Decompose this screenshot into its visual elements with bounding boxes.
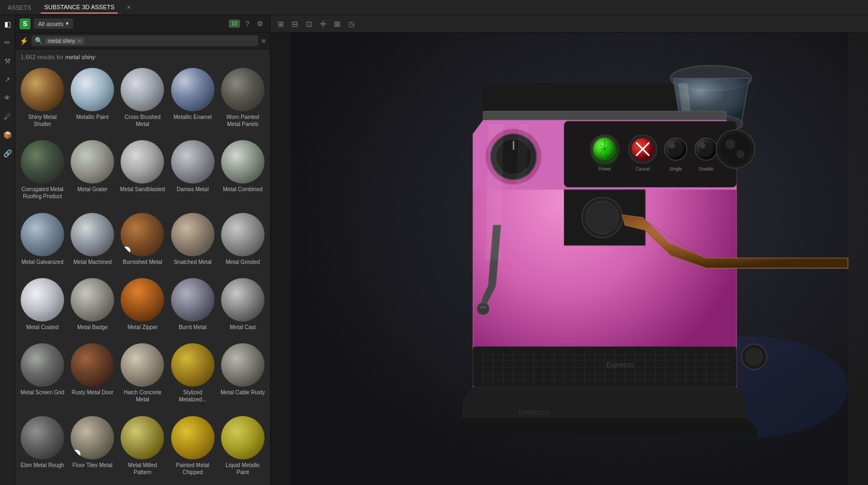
asset-label-metal-sandblasted: Metal Sandblasted (120, 186, 165, 193)
asset-item-metal-sandblasted[interactable]: Metal Sandblasted (117, 137, 167, 209)
asset-thumb-metal-cable-rusty (221, 343, 265, 387)
asset-label-damas-metal: Damas Metal (177, 186, 209, 193)
asset-thumb-cross-brushed-metal (121, 68, 164, 111)
asset-item-metallic-paint[interactable]: Metallic Paint (67, 65, 117, 137)
sidebar-icon-link[interactable]: 🔗 (2, 148, 13, 159)
settings-button[interactable]: ⚙ (255, 18, 266, 29)
viewport-canvas[interactable]: Power Cancel Single Double (271, 33, 868, 485)
asset-item-snatched-metal[interactable]: Snatched Metal (168, 210, 218, 275)
asset-label-metal-galvanized: Metal Galvanized (21, 259, 63, 266)
sidebar-icon-export[interactable]: ↗ (2, 74, 13, 85)
tab-close-icon[interactable]: ✕ (127, 4, 131, 10)
sort-button[interactable]: ≡ (261, 37, 266, 45)
filter-button[interactable]: ⚡ (20, 37, 28, 45)
asset-thumb-metal-grater (71, 140, 114, 184)
asset-item-burnished-metal[interactable]: ✓Burnished Metal (117, 210, 167, 275)
asset-item-metal-combined[interactable]: Metal Combined (218, 137, 268, 209)
help-button[interactable]: ? (243, 18, 251, 29)
asset-label-burnt-metal: Burnt Metal (179, 324, 206, 331)
asset-label-painted-metal-chipped: Painted Metal Chipped (170, 462, 216, 476)
assets-panel-header: S All assets ▾ 10 ? ⚙ (15, 15, 270, 33)
asset-thumb-metallic-enamel (171, 68, 215, 111)
sidebar-icon-view[interactable]: 👁 (2, 92, 13, 103)
asset-item-hatch-concrete-metal[interactable]: Hatch Concrete Metal (117, 340, 167, 412)
asset-item-metal-cable-rusty[interactable]: Metal Cable Rusty (218, 340, 268, 412)
sidebar-icon-assets[interactable]: 📦 (2, 129, 13, 140)
asset-item-metal-screen-grid[interactable]: Metal Screen Grid (17, 340, 67, 412)
asset-item-burnt-metal[interactable]: Burnt Metal (168, 275, 218, 340)
asset-item-cross-brushed-metal[interactable]: Cross Brushed Metal (117, 65, 167, 137)
asset-item-metal-grinded[interactable]: Metal Grinded (218, 210, 268, 275)
asset-item-liquid-metallic-paint[interactable]: Liquid Metallic Paint (218, 413, 268, 485)
checkmark-icon: ✓ (122, 247, 130, 255)
asset-label-metal-machined: Metal Machined (73, 259, 112, 266)
asset-item-metal-milled-pattern[interactable]: Metal Milled Pattern (117, 413, 167, 485)
asset-item-corrugated-metal-roofing[interactable]: Corrugated Metal Roofing Product (17, 137, 67, 209)
asset-label-metal-cable-rusty: Metal Cable Rusty (221, 389, 265, 396)
all-assets-button[interactable]: All assets ▾ (34, 18, 73, 29)
viewport-grid4-button[interactable]: ⊞ (276, 18, 286, 30)
sidebar-icon-paint[interactable]: ✏ (2, 37, 13, 48)
asset-thumb-metal-zipper (121, 278, 164, 322)
tab-assets[interactable]: ASSETS (4, 2, 34, 13)
search-input[interactable] (86, 37, 255, 44)
assets-panel: S All assets ▾ 10 ? ⚙ ⚡ 🔍 metal shiny ✕ … (15, 15, 271, 485)
sidebar-icon-layers[interactable]: ◧ (2, 18, 13, 29)
asset-label-shiny-metal-shutter: Shiny Metal Shutter (20, 114, 65, 128)
svg-text:Power: Power (598, 166, 611, 172)
viewport-clock-button[interactable]: ◷ (347, 18, 356, 30)
viewport-pivot-button[interactable]: ✛ (318, 18, 328, 30)
svg-point-39 (477, 303, 489, 314)
asset-thumb-hatch-concrete-metal (121, 343, 164, 387)
asset-item-metal-coated[interactable]: Metal Coated (17, 275, 67, 340)
search-tag-close-icon[interactable]: ✕ (77, 38, 81, 44)
sidebar-icon-tools[interactable]: ⚒ (2, 55, 13, 66)
sidebar-icon-brush[interactable]: 🖊 (2, 111, 13, 122)
asset-item-metal-badge[interactable]: Metal Badge (67, 275, 117, 340)
asset-item-shiny-metal-shutter[interactable]: Shiny Metal Shutter (17, 65, 67, 137)
search-bar: ⚡ 🔍 metal shiny ✕ ≡ (15, 33, 270, 49)
viewport-toolbar: ⊞ ⊟ ⊡ ✛ ⊠ ◷ (271, 15, 868, 33)
asset-item-ebm-metal-rough[interactable]: Ebm Metal Rough (17, 413, 67, 485)
search-input-wrapper: 🔍 metal shiny ✕ (32, 35, 258, 46)
asset-label-metallic-enamel: Metallic Enamel (173, 114, 212, 121)
viewport-fit-button[interactable]: ⊠ (332, 18, 342, 30)
sidebar-icons: ◧ ✏ ⚒ ↗ 👁 🖊 📦 🔗 (0, 15, 15, 485)
asset-thumb-metal-milled-pattern (121, 416, 164, 459)
asset-thumb-metal-machined (71, 213, 114, 256)
tab-substance-3d-assets[interactable]: SUBSTANCE 3D ASSETS (41, 2, 117, 14)
chevron-down-icon: ▾ (66, 20, 69, 27)
svg-point-29 (725, 139, 735, 149)
asset-item-damas-metal[interactable]: Damas Metal (168, 137, 218, 209)
substance-logo: S (20, 18, 30, 29)
asset-item-metal-cast[interactable]: Metal Cast (218, 275, 268, 340)
viewport-grid9-button[interactable]: ⊟ (290, 18, 300, 30)
asset-label-metal-badge: Metal Badge (77, 324, 108, 331)
top-bar: ASSETS SUBSTANCE 3D ASSETS ✕ (0, 0, 868, 15)
svg-point-26 (700, 142, 706, 148)
asset-label-metal-combined: Metal Combined (223, 186, 262, 193)
asset-label-metal-coated: Metal Coated (26, 324, 58, 331)
search-tag: metal shiny ✕ (45, 37, 84, 45)
asset-item-painted-metal-chipped[interactable]: Painted Metal Chipped (168, 413, 218, 485)
svg-point-76 (592, 142, 618, 167)
asset-item-metal-machined[interactable]: Metal Machined (67, 210, 117, 275)
asset-item-metal-galvanized[interactable]: Metal Galvanized (17, 210, 67, 275)
asset-label-metal-grater: Metal Grater (78, 186, 108, 193)
asset-item-rusty-metal-door[interactable]: Rusty Metal Door (67, 340, 117, 412)
search-icon: 🔍 (35, 37, 43, 45)
assets-grid: Shiny Metal ShutterMetallic PaintCross B… (15, 65, 270, 485)
asset-item-metal-zipper[interactable]: Metal Zipper (117, 275, 167, 340)
asset-item-metallic-enamel[interactable]: Metallic Enamel (168, 65, 218, 137)
asset-item-stylized-metalized[interactable]: Stylized Metalized... (168, 340, 218, 412)
asset-label-cross-brushed-metal: Cross Brushed Metal (119, 114, 165, 128)
asset-item-floor-tiles-metal[interactable]: ✓Floor Tiles Metal (67, 413, 117, 485)
svg-text:ESPRESSO: ESPRESSO (519, 410, 549, 416)
asset-item-metal-grater[interactable]: Metal Grater (67, 137, 117, 209)
svg-point-28 (720, 134, 751, 165)
asset-thumb-metal-coated (21, 278, 64, 322)
asset-item-worn-painted-metal-panels[interactable]: Worn Painted Metal Panels (218, 65, 268, 137)
asset-label-hatch-concrete-metal: Hatch Concrete Metal (119, 389, 165, 403)
asset-thumb-metal-grinded (221, 213, 265, 256)
viewport-frame-button[interactable]: ⊡ (304, 18, 314, 30)
